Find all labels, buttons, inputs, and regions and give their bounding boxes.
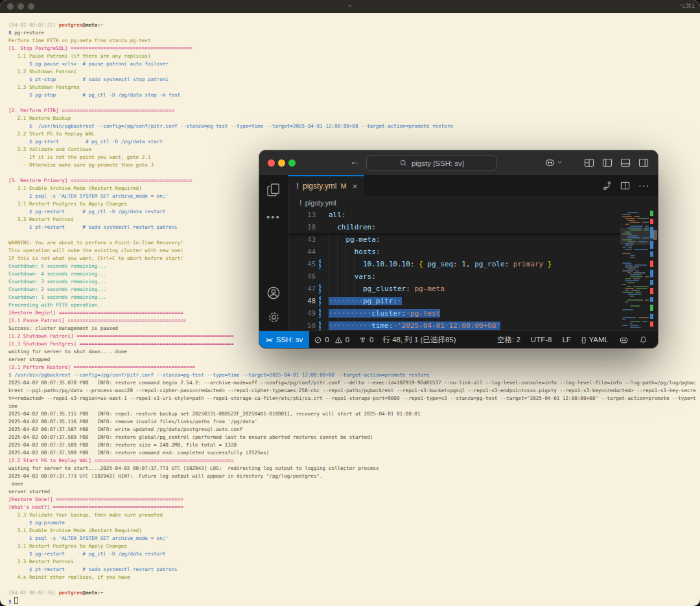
terminal-line: 2025-04-02 00:07:37.589 P00 INFO: restor…: [8, 434, 699, 441]
status-bar: >< SSH: sv 0 0 0 行 48, 列 1 (已选择85) 空格: 2…: [259, 331, 658, 348]
code-text: pg_cluster: pg-meta: [325, 283, 445, 295]
terminal-line: Perform time PITR on pg-meta from stanza…: [8, 37, 699, 45]
code-line[interactable]: 47 pg_cluster: pg-meta: [288, 283, 658, 295]
copilot-icon: [544, 157, 555, 168]
copilot-status[interactable]: [614, 335, 634, 345]
scrollbar-slider[interactable]: [653, 230, 657, 240]
terminal-shortcut-hint: ⌥⌘1: [679, 3, 695, 9]
ports-indicator[interactable]: 0: [354, 336, 378, 344]
terminal-line: 2025-04-02 00:07:37.587 P00 INFO: write …: [8, 426, 699, 434]
cursor-position[interactable]: 行 48, 列 1 (已选择85): [378, 335, 460, 345]
indentation-setting[interactable]: 空格: 2: [492, 335, 526, 345]
settings-gear-icon[interactable]: [267, 310, 281, 324]
terminal-line: $ pg-stop # pg_ctl -D /pg/data stop -m f…: [8, 91, 699, 99]
open-changes-icon[interactable]: [602, 181, 612, 191]
terminal-line: done: [8, 480, 699, 488]
gutter: [318, 221, 325, 233]
terminal-line: $ pg-start # pg_ctl -D /pg/data start: [8, 138, 699, 146]
code-line[interactable]: 48········pg_pitr:·: [288, 295, 658, 307]
close-tab-icon[interactable]: ×: [353, 181, 358, 191]
search-icon: [399, 159, 408, 167]
line-number: 44: [288, 246, 316, 258]
errors-icon: [314, 336, 322, 344]
code-text: 10.10.10.10: { pg_seq: 1, pg_role: prima…: [325, 258, 552, 270]
chevron-down-icon: [557, 159, 563, 165]
line-number: 47: [288, 283, 316, 295]
code-text: hosts:: [325, 246, 380, 258]
terminal-line: 2025-04-02 00:07:37.590 P00 INFO: restor…: [8, 449, 699, 457]
code-line[interactable]: 44 hosts:: [288, 246, 658, 258]
terminal-cursor: [14, 597, 18, 604]
back-icon[interactable]: ←: [350, 156, 360, 167]
breadcrumb[interactable]: ! pigsty.yml: [288, 196, 658, 209]
search-text: pigsty [SSH: sv]: [412, 159, 464, 167]
code-text: ··········time:·'2025-04-01·12:00:00+08': [325, 320, 500, 331]
toggle-secondary-sidebar-icon[interactable]: [638, 157, 649, 168]
toggle-sidebar-icon[interactable]: [602, 157, 612, 168]
terminal-line: waiting for server to start....2025-04-0…: [8, 465, 699, 472]
terminal-line: $ psql -c 'ALTER SYSTEM SET archive_mode…: [8, 535, 699, 542]
terminal-line: [2.1 Perform Restore] ==================…: [8, 364, 699, 371]
terminal-line: [04-02 00:07:22] postgres@meta:~: [8, 21, 699, 29]
problems-indicator[interactable]: 0 0: [309, 336, 354, 344]
line-number: 13: [288, 209, 316, 221]
remote-icon: ><: [265, 336, 272, 344]
terminal-line: $ pg-restart # pg_ctl -D /pg/data restar…: [8, 550, 699, 558]
code-line[interactable]: 49··········cluster:·pg-test: [288, 307, 658, 320]
copilot-menu[interactable]: [544, 157, 563, 168]
bell-icon: [639, 336, 648, 344]
language-mode[interactable]: {} YAML: [576, 336, 614, 344]
code-text: pg-meta:: [325, 233, 380, 246]
terminal-line: 2.2 Start PG to Replay WAL: [8, 130, 699, 138]
eol-setting[interactable]: LF: [557, 336, 576, 344]
customize-layout-icon[interactable]: [584, 157, 594, 168]
activity-bar: •••: [259, 175, 288, 331]
command-center-search[interactable]: pigsty [SSH: sv]: [366, 156, 497, 170]
code-line[interactable]: 43 pg-meta:: [288, 233, 658, 246]
account-icon[interactable]: [266, 286, 281, 300]
terminal-line: 2.3 Validate Your backup, then make sure…: [8, 511, 699, 519]
split-editor-icon[interactable]: [620, 181, 630, 191]
yaml-file-icon: !: [296, 181, 299, 191]
toggle-panel-icon[interactable]: [620, 157, 631, 168]
vscode-minimize-button[interactable]: [278, 159, 285, 167]
minimap[interactable]: [620, 209, 658, 331]
explorer-icon[interactable]: [266, 183, 281, 197]
vscode-titlebar[interactable]: ← → pigsty [SSH: sv]: [259, 150, 658, 175]
code-line[interactable]: 13all:: [288, 209, 658, 221]
tab-bar: ! pigsty.yml M × ···: [288, 175, 658, 196]
line-number: 48: [288, 295, 316, 307]
terminal-titlebar: ~ ⌥⌘1: [0, 0, 700, 13]
code-line[interactable]: 18 children:: [288, 221, 658, 233]
code-editor[interactable]: 13all:18 children: 43 pg-meta:44 hosts:4…: [288, 209, 658, 331]
terminal-line: $ pt-stop # sudo systemctl stop patroni: [8, 76, 699, 84]
terminal-line: 2025-04-02 00:07:35.115 P00 INFO: repo1:…: [8, 410, 699, 418]
code-text: ········pg_pitr:·: [325, 295, 402, 307]
encoding-setting[interactable]: UTF-8: [526, 336, 557, 344]
code-text: ··········cluster:·pg-test: [325, 307, 440, 320]
tab-label: pigsty.yml: [303, 181, 336, 191]
vscode-window: ← → pigsty [SSH: sv] •••: [259, 150, 658, 348]
minimap-git-decorations: [650, 209, 653, 331]
tab-pigsty-yml[interactable]: ! pigsty.yml M ×: [288, 175, 364, 196]
ports-count: 0: [369, 336, 373, 344]
code-line[interactable]: 46 vars:: [288, 270, 658, 283]
vscode-zoom-button[interactable]: [288, 159, 296, 167]
git-modified-marker: [318, 258, 325, 270]
more-views-icon[interactable]: •••: [266, 211, 281, 222]
git-modified-marker: [318, 307, 325, 320]
terminal-line: [8, 99, 699, 107]
code-line[interactable]: 45 10.10.10.10: { pg_seq: 1, pg_role: pr…: [288, 258, 658, 270]
vscode-close-button[interactable]: [268, 159, 275, 167]
terminal-line: [Restore Done!] ========================…: [8, 496, 699, 504]
terminal-line: $ pg pause <cls> # pause patroni auto fa…: [8, 60, 699, 68]
code-line[interactable]: 50··········time:·'2025-04-01·12:00:00+0…: [288, 320, 658, 331]
code-text: vars:: [325, 270, 376, 283]
notifications-bell[interactable]: [634, 336, 653, 344]
gutter: [318, 246, 325, 258]
editor-actions-more-icon[interactable]: ···: [638, 180, 649, 191]
terminal-line: [2. Perform PITR] ======================…: [8, 107, 699, 115]
sticky-scroll: 13all:18 children:: [288, 209, 658, 233]
remote-indicator[interactable]: >< SSH: sv: [259, 331, 309, 348]
editor-group: ! pigsty.yml M × ··· ! pigsty.yml: [288, 175, 658, 331]
